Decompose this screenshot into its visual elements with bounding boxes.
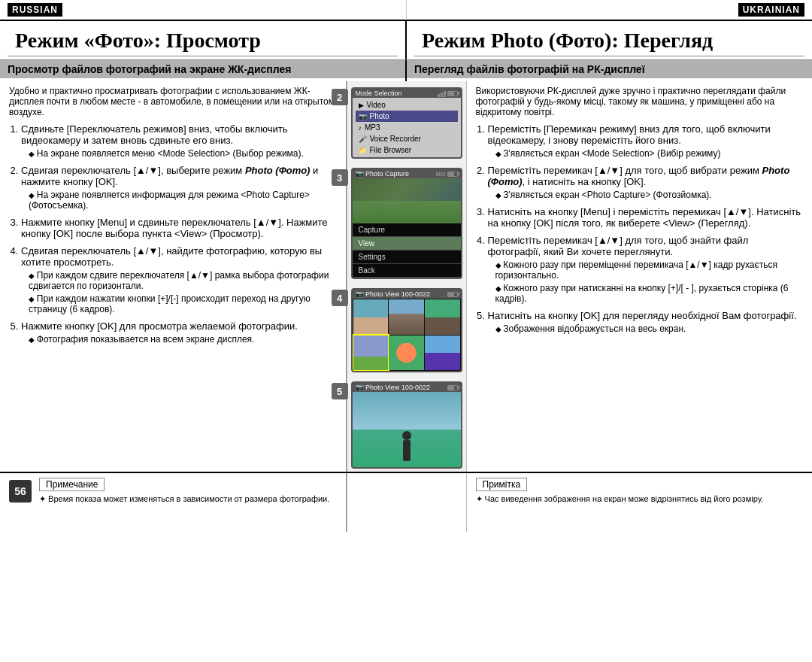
capture-menu-back: Back	[353, 264, 461, 278]
step-left-1: Сдвиньте [Переключатель режимов] вниз, ч…	[21, 123, 337, 159]
mode-item-voice: 🎤 Voice Recorder	[356, 133, 458, 144]
thumb-2	[389, 299, 424, 335]
thumb-3	[425, 299, 460, 335]
screen-5-titlebar: 📷 Photo View 100-0022	[353, 383, 461, 392]
mode-label-mp3: MP3	[365, 123, 380, 132]
lang-badge-ukrainian: UKRAINIAN	[738, 3, 804, 17]
screen-3-title-text: 📷 Photo Capture	[356, 170, 410, 178]
subtitle-left-col: Просмотр файлов фотографий на экране ЖК-…	[0, 60, 407, 81]
bullet-left-2-1: На экране появляется информация для режи…	[29, 190, 337, 211]
bullet-right-2-1: З'являється екран <Photo Capture> (Фотоз…	[495, 190, 804, 200]
large-photo-content	[353, 392, 461, 467]
screen-4-device: 📷 Photo View 100-0022	[351, 288, 462, 372]
footer-middle	[347, 473, 467, 532]
person-silhouette	[401, 431, 413, 461]
bullet-right-4-1: Кожного разу при переміщенні перемикача …	[495, 260, 804, 281]
intro-text-right: Використовуючи РК-дисплей дуже зручно і …	[476, 86, 804, 117]
subtitle-right-col: Перегляд файлів фотографій на РК-дисплеї	[407, 60, 812, 81]
person-body	[403, 440, 411, 461]
battery-fill-3	[448, 172, 454, 176]
screen-2-title-text: Mode Selection	[356, 90, 402, 97]
header-left: RUSSIAN	[0, 0, 407, 20]
note-label-left: Примечание	[39, 478, 105, 491]
capture-menu-view: View	[353, 237, 461, 251]
step-text-left-5: Нажмите кнопку [OK] для просмотра желаем…	[21, 320, 298, 332]
main-content: Удобно и практично просматривать фотогра…	[0, 81, 812, 472]
steps-list-left: Сдвиньте [Переключатель режимов] вниз, ч…	[9, 123, 337, 345]
step-right-5: Натисніть на кнопку [OK] для перегляду н…	[488, 310, 804, 334]
note-content-left: Время показа может изменяться в зависимо…	[48, 494, 329, 503]
note-symbol-left: ✦	[39, 494, 46, 503]
step-text-right-1: Перемістіть [Перемикач режиму] вниз для …	[488, 123, 771, 146]
step-right-2: Перемістіть перемикач [▲/▼] для того, що…	[488, 165, 804, 200]
status-icons-5	[447, 385, 458, 390]
step-left-3: Нажмите кнопку [Menu] и сдвиньте переклю…	[21, 217, 337, 239]
mode-item-photo: 📷 Photo	[356, 111, 458, 122]
note-text-right: ✦ Час виведення зображення на екран може…	[476, 494, 804, 504]
screen-3-wrapper: 3 📷 Photo Capture 900 Capture	[351, 168, 462, 279]
screen-number-2: 2	[332, 89, 348, 105]
left-text-column: Удобно и практично просматривать фотогра…	[0, 81, 347, 472]
header-right: UKRAINIAN	[407, 0, 813, 20]
thumb-6	[425, 336, 460, 371]
battery-icon-4	[447, 292, 458, 297]
status-icons-3: 900	[435, 171, 457, 178]
thumb-4-selected	[353, 336, 389, 371]
battery-icon-3	[447, 172, 458, 177]
screen-4-title-text: 📷 Photo View 100-0022	[356, 290, 430, 298]
right-text-column: Використовуючи РК-дисплей дуже зручно і …	[467, 81, 813, 472]
step-bullets-right-4: Кожного разу при переміщенні перемикача …	[488, 260, 804, 304]
mode-item-mp3: ♪ MP3	[356, 122, 458, 133]
signal-bar-2	[441, 93, 443, 97]
screen-number-5: 5	[332, 383, 348, 399]
screen-5-title-text: 📷 Photo View 100-0022	[356, 384, 430, 391]
footer-left-notes: Примечание ✦ Время показа может изменять…	[39, 478, 329, 504]
photo-sky	[353, 392, 461, 433]
screen-5-wrapper: 5 📷 Photo View 100-0022	[351, 381, 462, 469]
steps-list-right: Перемістіть [Перемикач режиму] вниз для …	[476, 123, 804, 334]
screen-4-wrapper: 4 📷 Photo View 100-0022	[351, 288, 462, 372]
note-label-right: Примітка	[476, 478, 528, 491]
step-text-left-3: Нажмите кнопку [Menu] и сдвиньте переклю…	[21, 217, 328, 239]
photo-grid	[353, 299, 461, 371]
footer-right: Примітка ✦ Час виведення зображення на е…	[467, 473, 813, 532]
note-symbol-right: ✦	[476, 494, 483, 503]
bullet-left-5-1: Фотография показывается на всем экране д…	[29, 334, 337, 345]
mode-label-voice: Voice Recorder	[370, 135, 421, 143]
title-left-col: Режим «Фото»: Просмотр	[0, 21, 407, 59]
photo-count-3: 900	[435, 171, 445, 178]
step-left-5: Нажмите кнопку [OK] для просмотра желаем…	[21, 320, 337, 345]
page-title-ukrainian: Режим Photo (Фото): Перегляд	[414, 24, 804, 56]
battery-fill-4	[448, 293, 454, 296]
screen-5-device: 📷 Photo View 100-0022	[351, 381, 462, 469]
step-right-3: Натисніть на кнопку [Menu] і перемістіть…	[488, 206, 804, 229]
voice-icon: 🎤	[359, 135, 367, 143]
header: RUSSIAN UKRAINIAN	[0, 0, 812, 21]
screen-2-device: Mode Selection ▶	[351, 87, 462, 159]
filebrowser-icon: 📁	[359, 147, 367, 154]
signal-icon-2	[438, 90, 446, 97]
capture-bg-ground	[353, 201, 461, 223]
person-head	[402, 431, 411, 440]
photo-icon: 📷	[359, 113, 367, 120]
subtitle-bar-ukrainian: Перегляд файлів фотографій на РК-дисплеї	[407, 60, 812, 78]
footer-left: 56 Примечание ✦ Время показа может измен…	[0, 473, 347, 532]
mode-label-filebrowser: File Browser	[370, 146, 412, 154]
step-text-left-1: Сдвиньте [Переключатель режимов] вниз, ч…	[21, 123, 287, 146]
step-text-left-2: Сдвигая переключатель [▲/▼], выберите ре…	[21, 165, 318, 187]
bullet-left-4-1: При каждом сдвиге переключателя [▲/▼] ра…	[29, 270, 337, 291]
bullet-right-4-2: Кожного разу при натисканні на кнопку [+…	[495, 283, 804, 304]
subtitle-row: Просмотр файлов фотографий на экране ЖК-…	[0, 60, 812, 81]
status-icons-2	[438, 90, 458, 97]
title-right-col: Режим Photo (Фото): Перегляд	[407, 21, 812, 59]
step-bullets-right-1: З'являється екран <Mode Selection> (Вибі…	[488, 148, 804, 159]
step-text-right-4: Перемістіть перемикач [▲/▼] для того, що…	[488, 235, 749, 257]
note-text-left: ✦ Время показа может изменяться в зависи…	[39, 494, 329, 504]
page-container: RUSSIAN UKRAINIAN Режим «Фото»: Просмотр…	[0, 0, 812, 532]
subtitle-bar-russian: Просмотр файлов фотографий на экране ЖК-…	[0, 60, 405, 78]
battery-fill-5	[448, 386, 454, 390]
footer-left-inner: 56 Примечание ✦ Время показа может измен…	[9, 478, 337, 504]
large-photo-screen	[353, 392, 461, 467]
bullet-right-1-1: З'являється екран <Mode Selection> (Вибі…	[495, 148, 804, 159]
bullet-left-1-1: На экране появляется меню <Mode Selectio…	[29, 148, 337, 159]
